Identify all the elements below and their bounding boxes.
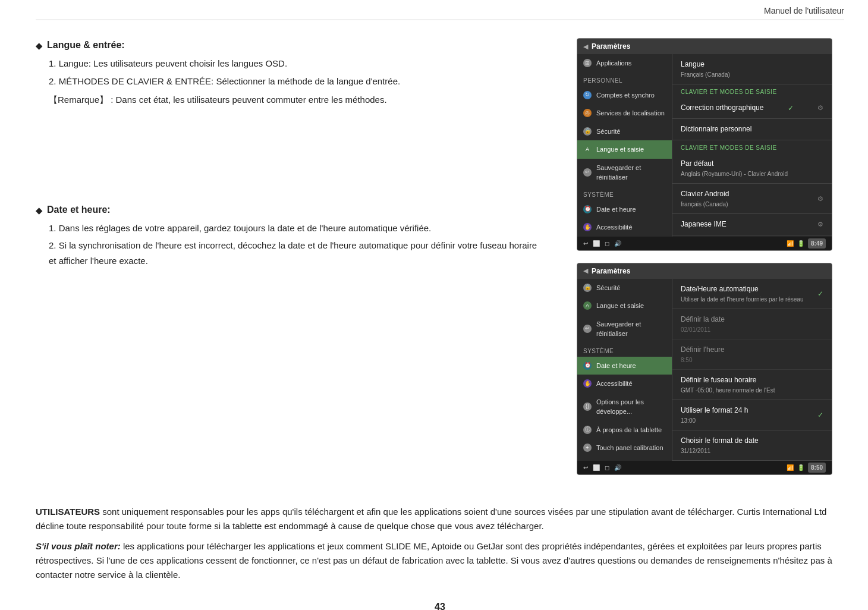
time-2: 8:50 bbox=[808, 463, 826, 473]
accessibilite-icon-1: ✋ bbox=[583, 223, 592, 231]
langue-row-sub: Français (Canada) bbox=[681, 70, 823, 79]
japanese-arrow: ⚙ bbox=[817, 219, 823, 229]
nav-home-icon-2: ⬜ bbox=[593, 463, 600, 472]
format24-title: Utiliser le format 24 h bbox=[681, 405, 748, 416]
sidebar-item-date1[interactable]: ⏰ Date et heure bbox=[577, 200, 672, 219]
options-icon: {} bbox=[583, 403, 592, 411]
fuseau-title: Définir le fuseau horaire bbox=[681, 375, 823, 385]
settings-row-auto-datetime: Date/Heure automatique Utiliser la date … bbox=[672, 279, 832, 309]
section2-heading: Date et heure: bbox=[47, 203, 111, 217]
definir-heure-sub: 8:50 bbox=[681, 356, 823, 364]
correction-title: Correction orthographique bbox=[681, 102, 763, 113]
auto-datetime-check: ✓ bbox=[817, 288, 823, 299]
comptes-icon: ↻ bbox=[583, 91, 592, 99]
sidebar-item-date2[interactable]: ⏰ Date et heure bbox=[577, 357, 672, 375]
settings-row-dictionnaire: Dictionnaire personnel bbox=[672, 119, 832, 140]
wifi-icon-2: 📶 bbox=[787, 463, 794, 472]
sidebar-item-touch[interactable]: ✦ Touch panel calibration bbox=[577, 439, 672, 457]
section1-title-text: Langue & entrée: bbox=[47, 40, 125, 50]
japanese-row: Japanese IME ⚙ bbox=[681, 219, 823, 230]
battery-icon: 🔋 bbox=[797, 239, 804, 248]
sidebar-item-securite2[interactable]: 🔒 Sécurité bbox=[577, 279, 672, 297]
langue-icon: A bbox=[583, 145, 592, 153]
date-icon-1: ⏰ bbox=[583, 205, 592, 213]
clavier-android-arrow: ⚙ bbox=[817, 194, 823, 204]
section-date: ◆ Date et heure: 1. Dans les réglages de… bbox=[36, 203, 541, 269]
securite-icon-2: 🔒 bbox=[583, 284, 592, 292]
bottom-para1-rest: sont uniquement responsables pour les ap… bbox=[36, 507, 826, 531]
date-icon-2: ⏰ bbox=[583, 361, 592, 370]
screenshot1: ◀ Paramètres ⊞ Applications PERSONNEL bbox=[577, 38, 832, 251]
section1-title: ◆ Langue & entrée: bbox=[36, 38, 541, 52]
clavier-android-row: Clavier Android français (Canada) ⚙ bbox=[681, 188, 823, 209]
sidebar-label-options: Options pour les développe... bbox=[596, 397, 666, 417]
page-number: 43 bbox=[36, 600, 844, 611]
sidebar-item-langue2[interactable]: A Langue et saisie bbox=[577, 297, 672, 315]
clavier-android-sub: français (Canada) bbox=[681, 200, 729, 209]
diamond-icon-1: ◆ bbox=[36, 40, 42, 52]
sidebar-label-accessibilite2: Accessibilité bbox=[596, 379, 633, 389]
section2-line2: 2. Si la synchronisation de l'heure est … bbox=[49, 238, 541, 268]
sidebar-item-securite[interactable]: 🔒 Sécurité bbox=[577, 122, 672, 141]
sidebar-item-langue[interactable]: A Langue et saisie bbox=[577, 140, 672, 159]
bottom-para1: UTILISATEURS sont uniquement responsable… bbox=[36, 505, 844, 533]
sidebar-label-touch: Touch panel calibration bbox=[596, 443, 663, 453]
sidebar-label-localisation: Services de localisation bbox=[596, 108, 665, 118]
format24-sub: 13:00 bbox=[681, 416, 748, 425]
sidebar-label-sauvegarder2: Sauvegarder et réinitialiser bbox=[596, 319, 666, 339]
android-topbar-1: ◀ Paramètres bbox=[577, 39, 832, 54]
sidebar-label-langue: Langue et saisie bbox=[596, 144, 644, 155]
settings-row-correction: Correction orthographique ✓ ⚙ bbox=[672, 98, 832, 119]
wifi-icon: 📶 bbox=[787, 239, 794, 248]
nav-back-icon-2: ↩ bbox=[583, 463, 588, 472]
settings-row-fuseau: Définir le fuseau horaire GMT -05:00, he… bbox=[672, 370, 832, 400]
sidebar-item-apropos[interactable]: ⓘ À propos de la tablette bbox=[577, 421, 672, 439]
time-1: 8:49 bbox=[808, 238, 826, 249]
sidebar-label-langue2: Langue et saisie bbox=[596, 301, 644, 311]
sidebar-header-personnel: PERSONNEL bbox=[577, 73, 672, 86]
volume-icon: 🔊 bbox=[614, 239, 621, 248]
nav-recent-icon: ◻ bbox=[605, 239, 609, 248]
sidebar-item-localisation[interactable]: ◎ Services de localisation bbox=[577, 104, 672, 122]
right-column: ◀ Paramètres ⊞ Applications PERSONNEL bbox=[577, 38, 844, 487]
settings-row-definir-heure: Définir l'heure 8:50 bbox=[672, 339, 832, 370]
page-title: Manuel de l'utilisateur bbox=[764, 6, 844, 15]
utilisateurs-bold: UTILISATEURS bbox=[36, 507, 100, 517]
sidebar-label-date1: Date et heure bbox=[596, 205, 636, 215]
localisation-icon: ◎ bbox=[583, 109, 592, 117]
topbar-back-icon-2: ◀ bbox=[583, 266, 588, 276]
defaut-sub: Anglais (Royaume-Uni) - Clavier Android bbox=[681, 169, 823, 178]
auto-datetime-check-row: Date/Heure automatique Utiliser la date … bbox=[681, 284, 823, 304]
screenshot2: ◀ Paramètres 🔒 Sécurité A Lan bbox=[577, 263, 832, 475]
settings-row-format24: Utiliser le format 24 h 13:00 ✓ bbox=[672, 400, 832, 430]
langue-row-title: Langue bbox=[681, 59, 823, 70]
accessibilite-icon-2: ✋ bbox=[583, 379, 592, 388]
android-screen-1: ◀ Paramètres ⊞ Applications PERSONNEL bbox=[577, 39, 832, 250]
bottom-para2: S'il vous plaît noter: les applications … bbox=[36, 539, 844, 582]
definir-date-sub: 02/01/2011 bbox=[681, 325, 823, 334]
sidebar-item-comptes[interactable]: ↻ Comptes et synchro bbox=[577, 86, 672, 105]
left-column: ◆ Langue & entrée: 1. Langue: Les utilis… bbox=[36, 38, 553, 487]
touch-icon: ✦ bbox=[583, 444, 592, 452]
section2-body: 1. Dans les réglages de votre appareil, … bbox=[49, 221, 541, 269]
topbar-back-icon: ◀ bbox=[583, 42, 588, 52]
sidebar-label-apropos: À propos de la tablette bbox=[596, 425, 662, 435]
securite-icon: 🔒 bbox=[583, 127, 592, 136]
android-content-1: ⊞ Applications PERSONNEL ↻ Comptes et sy… bbox=[577, 54, 832, 237]
sidebar-item-applications[interactable]: ⊞ Applications bbox=[577, 54, 672, 73]
sidebar-item-options[interactable]: {} Options pour les développe... bbox=[577, 393, 672, 421]
sidebar-header-systeme-2: SYSTÈME bbox=[577, 343, 672, 357]
section1-line1: 1. Langue: Les utilisateurs peuvent choi… bbox=[49, 56, 541, 71]
format24-check: ✓ bbox=[817, 410, 823, 420]
bottom-section: UTILISATEURS sont uniquement responsable… bbox=[36, 505, 844, 582]
clavier-header-2: CLAVIER ET MODES DE SAISIE bbox=[672, 140, 832, 153]
android-content-2: 🔒 Sécurité A Langue et saisie ↩ Sauvegar… bbox=[577, 279, 832, 461]
sidebar-item-accessibilite2[interactable]: ✋ Accessibilité bbox=[577, 375, 672, 393]
statusbar-left-2: ↩ ⬜ ◻ 🔊 bbox=[583, 463, 621, 472]
sidebar-item-sauvegarder[interactable]: ↩ Sauvegarder et réinitialiser bbox=[577, 159, 672, 187]
section-langue: ◆ Langue & entrée: 1. Langue: Les utilis… bbox=[36, 38, 541, 108]
sidebar-item-accessibilite1[interactable]: ✋ Accessibilité bbox=[577, 218, 672, 237]
clavier-android-title: Clavier Android bbox=[681, 188, 729, 199]
dictionnaire-title: Dictionnaire personnel bbox=[681, 124, 823, 134]
sidebar-item-sauvegarder2[interactable]: ↩ Sauvegarder et réinitialiser bbox=[577, 315, 672, 343]
